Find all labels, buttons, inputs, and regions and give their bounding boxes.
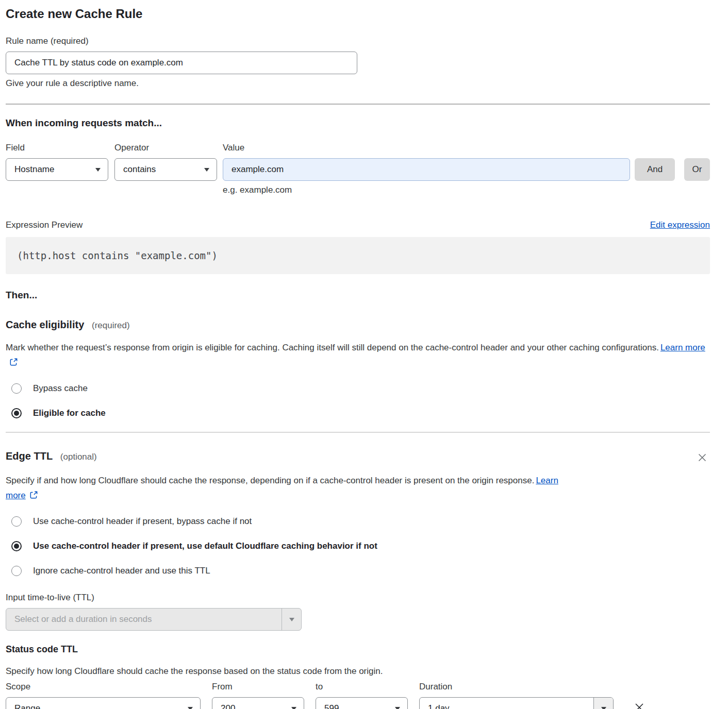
edge-ttl-header: Edge TTL (optional) bbox=[6, 450, 710, 465]
duration-select-value: 1 day bbox=[420, 698, 593, 709]
edge-ttl-heading: Edge TTL bbox=[6, 450, 53, 462]
ttl-duration-select[interactable]: Select or add a duration in seconds bbox=[6, 608, 302, 631]
to-select-value: 599 bbox=[324, 703, 339, 709]
then-heading: Then... bbox=[6, 289, 710, 301]
value-input[interactable] bbox=[223, 158, 630, 181]
radio-eligible-for-cache-label: Eligible for cache bbox=[33, 408, 106, 418]
radio-bypass-cache[interactable]: Bypass cache bbox=[6, 383, 710, 394]
chevron-down-icon bbox=[601, 707, 606, 709]
cache-eligibility-description-text: Mark whether the request’s response from… bbox=[6, 343, 659, 352]
radio-use-header-bypass[interactable]: Use cache-control header if present, byp… bbox=[6, 516, 710, 527]
close-icon bbox=[697, 452, 708, 463]
status-code-ttl-heading: Status code TTL bbox=[6, 643, 710, 656]
edge-ttl-description: Specify if and how long Cloudflare shoul… bbox=[6, 473, 578, 503]
scope-select-value: Range bbox=[14, 703, 40, 709]
ttl-duration-arrow-button[interactable] bbox=[282, 609, 301, 630]
radio-circle-icon bbox=[11, 383, 22, 394]
cache-eligibility-title-wrap: Cache eligibility (required) bbox=[6, 318, 130, 331]
ttl-input-label: Input time-to-live (TTL) bbox=[6, 593, 710, 603]
from-label: From bbox=[212, 682, 304, 692]
radio-circle-icon bbox=[11, 566, 22, 576]
edge-ttl-description-text: Specify if and how long Cloudflare shoul… bbox=[6, 476, 534, 485]
edge-ttl-title-wrap: Edge TTL (optional) bbox=[6, 450, 97, 463]
radio-selected-icon bbox=[11, 541, 22, 551]
value-help: e.g. example.com bbox=[223, 185, 630, 195]
rule-name-group: Rule name (required) Give your rule a de… bbox=[6, 36, 710, 89]
remove-status-code-ttl-button[interactable] bbox=[631, 699, 648, 709]
match-heading: When incoming requests match... bbox=[6, 117, 710, 129]
operator-select[interactable]: contains bbox=[114, 158, 217, 181]
operator-column: Operator contains bbox=[114, 143, 217, 181]
duration-label: Duration bbox=[419, 682, 614, 692]
field-label: Field bbox=[6, 143, 108, 153]
from-column: From 200 bbox=[212, 682, 304, 709]
scope-label: Scope bbox=[6, 682, 201, 692]
external-link-icon bbox=[29, 491, 38, 499]
section-divider bbox=[6, 104, 710, 105]
create-cache-rule-form: Create new Cache Rule Rule name (require… bbox=[0, 0, 728, 709]
radio-bypass-cache-label: Bypass cache bbox=[33, 383, 88, 394]
radio-circle-icon bbox=[11, 516, 22, 527]
value-column: Value e.g. example.com bbox=[223, 143, 630, 195]
status-code-ttl-description: Specify how long Cloudflare should cache… bbox=[6, 666, 710, 677]
expression-preview-label: Expression Preview bbox=[6, 220, 82, 230]
to-label: to bbox=[316, 682, 408, 692]
cache-eligibility-header: Cache eligibility (required) bbox=[6, 318, 710, 331]
rule-name-input[interactable] bbox=[6, 52, 357, 74]
radio-use-header-bypass-label: Use cache-control header if present, byp… bbox=[33, 516, 252, 527]
value-label: Value bbox=[223, 143, 630, 153]
radio-eligible-for-cache[interactable]: Eligible for cache bbox=[6, 408, 710, 418]
external-link-icon bbox=[9, 358, 18, 366]
or-button[interactable]: Or bbox=[684, 158, 710, 181]
rule-name-label: Rule name (required) bbox=[6, 36, 710, 46]
field-select-value: Hostname bbox=[14, 164, 54, 175]
close-icon bbox=[633, 701, 646, 709]
chevron-down-icon bbox=[188, 707, 193, 709]
scope-select[interactable]: Range bbox=[6, 697, 201, 709]
and-button[interactable]: And bbox=[635, 158, 675, 181]
field-column: Field Hostname bbox=[6, 143, 108, 181]
chevron-down-icon bbox=[291, 707, 296, 709]
scope-column: Scope Range bbox=[6, 682, 201, 709]
radio-use-header-default[interactable]: Use cache-control header if present, use… bbox=[6, 541, 710, 551]
field-select[interactable]: Hostname bbox=[6, 158, 108, 181]
status-code-ttl-row: Scope Range From 200 to 599 bbox=[6, 682, 710, 709]
chevron-down-icon bbox=[95, 168, 101, 172]
from-select[interactable]: 200 bbox=[212, 697, 304, 709]
match-row: Field Hostname Operator contains Value e… bbox=[6, 143, 710, 195]
cache-eligibility-heading: Cache eligibility bbox=[6, 319, 84, 330]
radio-ignore-header-label: Ignore cache-control header and use this… bbox=[33, 566, 210, 576]
rule-name-help: Give your rule a descriptive name. bbox=[6, 78, 710, 89]
section-divider bbox=[6, 432, 710, 433]
cache-eligibility-section: Cache eligibility (required) Mark whethe… bbox=[6, 318, 710, 418]
operator-select-value: contains bbox=[123, 164, 156, 175]
optional-badge: (optional) bbox=[60, 452, 97, 462]
duration-column: Duration 1 day bbox=[419, 682, 614, 709]
page-title: Create new Cache Rule bbox=[6, 7, 710, 21]
chevron-down-icon bbox=[395, 707, 400, 709]
from-select-value: 200 bbox=[221, 703, 235, 709]
radio-selected-icon bbox=[11, 408, 22, 418]
learn-more-link[interactable]: Learn more bbox=[660, 343, 705, 352]
radio-ignore-header[interactable]: Ignore cache-control header and use this… bbox=[6, 566, 710, 576]
edge-ttl-section: Edge TTL (optional) Specify if and how l… bbox=[6, 450, 710, 631]
radio-use-header-default-label: Use cache-control header if present, use… bbox=[33, 541, 377, 551]
chevron-down-icon bbox=[204, 168, 209, 172]
ttl-duration-placeholder: Select or add a duration in seconds bbox=[6, 609, 282, 630]
status-code-ttl-section: Status code TTL Specify how long Cloudfl… bbox=[6, 643, 710, 709]
logic-buttons: And Or bbox=[635, 158, 710, 181]
edit-expression-link[interactable]: Edit expression bbox=[650, 220, 710, 230]
to-select[interactable]: 599 bbox=[316, 697, 408, 709]
cache-eligibility-description: Mark whether the request’s response from… bbox=[6, 340, 710, 370]
close-edge-ttl-button[interactable] bbox=[694, 450, 710, 465]
operator-label: Operator bbox=[114, 143, 217, 153]
to-column: to 599 bbox=[316, 682, 408, 709]
duration-arrow-button[interactable] bbox=[593, 698, 613, 709]
duration-select[interactable]: 1 day bbox=[419, 697, 614, 709]
chevron-down-icon bbox=[289, 618, 294, 621]
expression-code: (http.host contains "example.com") bbox=[6, 237, 710, 274]
expression-preview-row: Expression Preview Edit expression bbox=[6, 220, 710, 230]
required-badge: (required) bbox=[92, 320, 130, 330]
